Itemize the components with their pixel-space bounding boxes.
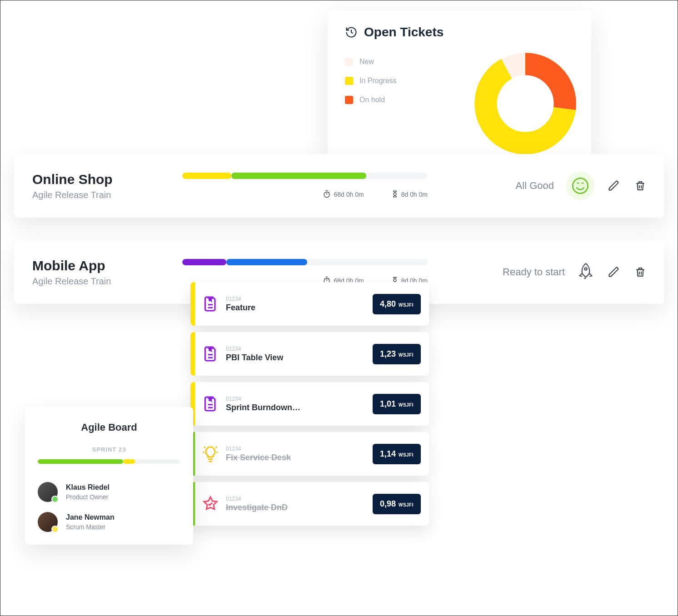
art-meta: 68d 0h 0m 8d 0h 0m: [182, 190, 428, 199]
rocket-icon: [577, 262, 595, 282]
backlog-feature-icon: [201, 295, 219, 313]
art-subtitle: Agile Release Train: [32, 276, 178, 287]
art-progress-bar: [182, 259, 428, 265]
wsjfi-value: 1,23: [380, 349, 396, 359]
history-clock-icon: [345, 26, 358, 39]
backlog-title: Investigate DnD: [226, 503, 288, 512]
wsjfi-value: 1,14: [380, 449, 396, 459]
art-progress-bar: [182, 173, 428, 179]
person-text: Klaus RiedelProduct Owner: [66, 483, 110, 501]
wsjfi-unit: WSJFI: [399, 402, 414, 407]
person-text: Jane NewmanScrum Master: [66, 513, 115, 531]
hourglass-icon: [391, 190, 399, 199]
art-status-text: All Good: [516, 180, 554, 192]
board-people: Klaus RiedelProduct OwnerJane NewmanScru…: [38, 482, 180, 532]
wsjfi-badge: 0,98WSJFI: [373, 494, 421, 514]
backlog-strip: [190, 332, 195, 376]
art-title: Online Shop: [32, 172, 178, 187]
person-role: Product Owner: [66, 493, 110, 501]
delete-button[interactable]: [633, 179, 648, 193]
art-titles: Mobile App Agile Release Train: [32, 258, 178, 287]
backlog-title: PBI Table View: [226, 353, 283, 363]
backlog-item[interactable]: 01234Investigate DnD0,98WSJFI: [190, 482, 429, 526]
edit-button[interactable]: [607, 265, 621, 279]
art-row-online-shop[interactable]: Online Shop Agile Release Train 68d 0h 0…: [14, 154, 664, 218]
backlog-text: 01234Feature: [226, 296, 255, 313]
backlog-feature-icon: [201, 395, 219, 413]
swatch-in-progress: [345, 77, 353, 85]
backlog-text: 01234Fix Service Desk: [226, 446, 291, 462]
backlog-title: Sprint Burndown…: [226, 403, 300, 412]
wsjfi-value: 1,01: [380, 399, 396, 409]
backlog-strip: [190, 282, 195, 326]
svg-point-6: [584, 268, 587, 270]
backlog-item[interactable]: 01234Fix Service Desk1,14WSJFI: [190, 432, 429, 476]
backlog-id: 01234: [226, 496, 288, 502]
delete-button[interactable]: [633, 265, 648, 279]
agile-board-card: Agile Board SPRINT 23 Klaus RiedelProduc…: [25, 407, 193, 545]
wsjfi-badge: 1,01WSJFI: [373, 394, 421, 414]
person-name: Jane Newman: [66, 513, 115, 522]
backlog-title: Feature: [226, 303, 255, 313]
art-status: All Good: [516, 171, 648, 200]
backlog-id: 01234: [226, 296, 255, 302]
stopwatch-icon: [323, 190, 331, 199]
wsjfi-badge: 1,23WSJFI: [373, 344, 421, 364]
person-row[interactable]: Jane NewmanScrum Master: [38, 512, 180, 532]
edit-button[interactable]: [607, 179, 621, 193]
backlog-title: Fix Service Desk: [226, 453, 291, 462]
swatch-on-hold: [345, 96, 353, 104]
person-role: Scrum Master: [66, 523, 115, 531]
svg-point-4: [573, 178, 588, 193]
backlog-list: 01234Feature4,80WSJFI01234PBI Table View…: [190, 282, 429, 526]
backlog-text: 01234Investigate DnD: [226, 496, 288, 512]
backlog-text: 01234Sprint Burndown…: [226, 396, 300, 412]
art-subtitle: Agile Release Train: [32, 190, 178, 200]
legend-label-on-hold: On hold: [359, 96, 385, 104]
open-tickets-donut: [473, 51, 578, 158]
backlog-item[interactable]: 01234Sprint Burndown…1,01WSJFI: [190, 382, 429, 426]
open-tickets-title: Open Tickets: [364, 25, 444, 40]
legend-label-in-progress: In Progress: [359, 77, 397, 85]
art-status-text: Ready to start: [503, 266, 565, 278]
art-timer-value: 68d 0h 0m: [334, 191, 364, 198]
avatar: [38, 482, 58, 502]
backlog-star-icon: [201, 495, 219, 513]
wsjfi-value: 0,98: [380, 499, 396, 509]
happy-face-icon: [566, 171, 595, 200]
backlog-item[interactable]: 01234Feature4,80WSJFI: [190, 282, 429, 326]
open-tickets-card: Open Tickets New In Progress On hold: [328, 10, 591, 160]
legend-label-new: New: [359, 58, 374, 66]
art-titles: Online Shop Agile Release Train: [32, 172, 178, 200]
backlog-item[interactable]: 01234PBI Table View1,23WSJFI: [190, 332, 429, 376]
art-hourglass-value: 8d 0h 0m: [401, 191, 428, 198]
backlog-feature-icon: [201, 345, 219, 363]
wsjfi-unit: WSJFI: [399, 452, 414, 457]
art-status: Ready to start: [503, 262, 648, 282]
avatar: [38, 512, 58, 532]
backlog-idea-icon: [201, 445, 219, 463]
open-tickets-header: Open Tickets: [345, 25, 574, 40]
wsjfi-unit: WSJFI: [399, 303, 414, 308]
agile-board-title: Agile Board: [38, 422, 180, 433]
art-timer: 68d 0h 0m: [323, 190, 364, 199]
art-progress-block: 68d 0h 0m 8d 0h 0m: [178, 259, 432, 286]
wsjfi-unit: WSJFI: [399, 353, 414, 358]
wsjfi-badge: 1,14WSJFI: [373, 444, 421, 464]
art-progress-block: 68d 0h 0m 8d 0h 0m: [178, 173, 432, 199]
art-title: Mobile App: [32, 258, 178, 273]
backlog-id: 01234: [226, 396, 300, 402]
swatch-new: [345, 58, 353, 66]
board-progress-bar: [38, 459, 180, 464]
person-row[interactable]: Klaus RiedelProduct Owner: [38, 482, 180, 502]
backlog-id: 01234: [226, 346, 283, 352]
person-name: Klaus Riedel: [66, 483, 110, 492]
wsjfi-value: 4,80: [380, 299, 396, 309]
sprint-label: SPRINT 23: [38, 446, 180, 453]
art-hourglass: 8d 0h 0m: [391, 190, 428, 199]
backlog-id: 01234: [226, 446, 291, 452]
wsjfi-badge: 4,80WSJFI: [373, 294, 421, 314]
wsjfi-unit: WSJFI: [399, 502, 414, 507]
backlog-text: 01234PBI Table View: [226, 346, 283, 363]
